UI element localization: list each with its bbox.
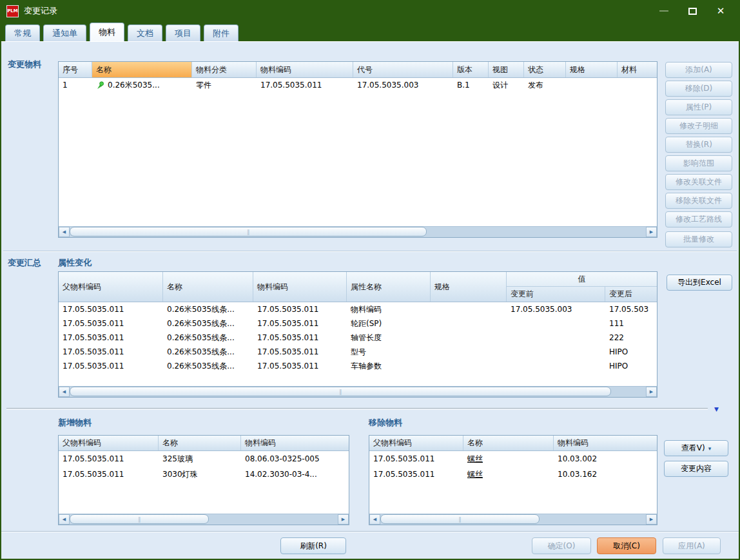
scroll-right-icon[interactable]: ▶: [338, 514, 349, 525]
scroll-right-icon[interactable]: ▶: [646, 387, 657, 397]
cell-code: 17.05.5035.011: [253, 331, 347, 345]
scroll-left-icon[interactable]: ◀: [369, 514, 380, 525]
tab-attachment[interactable]: 附件: [204, 24, 239, 41]
ok-button[interactable]: 确定(O): [532, 537, 591, 554]
view-dropdown-button[interactable]: 查看V) ▾: [664, 440, 728, 456]
col-code[interactable]: 物料编码: [554, 436, 657, 450]
tab-document[interactable]: 文档: [128, 24, 162, 41]
col-name[interactable]: 名称: [463, 436, 554, 450]
horizontal-scrollbar[interactable]: ◀ ▶: [369, 514, 657, 525]
scroll-track[interactable]: [380, 514, 646, 525]
apply-button[interactable]: 应用(A): [663, 537, 721, 554]
splitter-arrow-icon[interactable]: ▼: [714, 407, 719, 412]
table-row[interactable]: 17.05.5035.011 325玻璃 08.06.03-0325-005: [59, 451, 349, 467]
table-row[interactable]: 17.05.5035.011 0.26米5035线条... 17.05.5035…: [59, 359, 657, 373]
scroll-left-icon[interactable]: ◀: [59, 227, 70, 237]
col-attr-name[interactable]: 属性名称: [347, 272, 431, 302]
footer-bar: 刷新(R) 确定(O) 取消(C) 应用(A): [1, 531, 739, 559]
tab-notice[interactable]: 通知单: [43, 24, 86, 41]
table-row[interactable]: 17.05.5035.011 螺丝 10.03.002: [369, 451, 657, 467]
splitter-handle[interactable]: [6, 408, 708, 410]
horizontal-scrollbar[interactable]: ◀ ▶: [59, 226, 657, 237]
scroll-track[interactable]: [70, 514, 338, 525]
table-row[interactable]: 17.05.5035.011 0.26米5035线条... 17.05.5035…: [59, 302, 657, 316]
attribute-changes-table: 父物料编码 名称 物料编码 属性名称 规格 值 变更前 变更后 17.05.50…: [58, 271, 657, 398]
tab-material[interactable]: 物料: [90, 23, 124, 41]
table-row[interactable]: 1 0.26米5035... 零件 17.05.5035.011 17.05.5…: [59, 78, 657, 92]
cell-code: 10.03.002: [554, 451, 657, 467]
col-status[interactable]: 状态: [524, 62, 566, 77]
col-name[interactable]: 名称: [159, 436, 241, 450]
cell-name-link[interactable]: 螺丝: [463, 451, 554, 467]
edit-linked-files-button[interactable]: 修改关联文件: [665, 174, 732, 190]
scroll-track[interactable]: [70, 387, 646, 397]
remove-button[interactable]: 移除(D): [665, 81, 732, 97]
cell-after: HIPO: [605, 359, 657, 373]
table-row[interactable]: 17.05.5035.011 螺丝 10.03.162: [369, 467, 657, 482]
tab-project[interactable]: 项目: [166, 24, 200, 41]
change-content-button[interactable]: 变更内容: [664, 461, 728, 477]
cell-name: 0.26米5035线条...: [163, 331, 253, 345]
section-label-removed-materials: 移除物料: [369, 417, 402, 429]
part-icon: [96, 81, 104, 90]
col-parent-code[interactable]: 父物料编码: [59, 272, 163, 302]
col-spec[interactable]: 规格: [566, 62, 618, 77]
col-alias[interactable]: 代号: [353, 62, 453, 77]
scroll-left-icon[interactable]: ◀: [59, 514, 70, 525]
cell-name-link[interactable]: 螺丝: [463, 467, 554, 482]
scroll-thumb[interactable]: [380, 514, 540, 524]
impact-scope-button[interactable]: 影响范围: [665, 155, 732, 171]
scroll-left-icon[interactable]: ◀: [59, 387, 70, 397]
replace-button[interactable]: 替换(R): [665, 137, 732, 153]
cell-name: 3030灯珠: [159, 467, 241, 482]
table-row[interactable]: 17.05.5035.011 3030灯珠 14.02.3030-03-4...: [59, 467, 349, 482]
scroll-track[interactable]: [70, 227, 646, 237]
edit-process-route-button[interactable]: 修改工艺路线: [665, 211, 732, 227]
cell-name: 0.26米5035线条...: [163, 302, 253, 316]
remove-linked-files-button[interactable]: 移除关联文件: [665, 193, 732, 209]
col-parent-code[interactable]: 父物料编码: [59, 436, 159, 450]
col-spec[interactable]: 规格: [431, 272, 507, 302]
col-code[interactable]: 物料编码: [241, 436, 349, 450]
minimize-icon[interactable]: [650, 3, 678, 19]
col-name[interactable]: 名称: [92, 62, 192, 77]
col-after-change[interactable]: 变更后: [605, 287, 657, 302]
col-version[interactable]: 版本: [453, 62, 489, 77]
table-row[interactable]: 17.05.5035.011 0.26米5035线条... 17.05.5035…: [59, 316, 657, 331]
scroll-thumb[interactable]: [70, 387, 611, 396]
scroll-thumb[interactable]: [70, 227, 427, 237]
horizontal-scrollbar[interactable]: ◀ ▶: [59, 514, 349, 525]
batch-edit-button[interactable]: 批量修改: [665, 231, 732, 247]
refresh-button[interactable]: 刷新(R): [280, 537, 346, 554]
properties-button[interactable]: 属性(P): [665, 99, 732, 115]
col-code[interactable]: 物料编码: [257, 62, 353, 77]
table-row[interactable]: 17.05.5035.011 0.26米5035线条... 17.05.5035…: [59, 345, 657, 359]
tab-content-material: 变更物料 序号 名称 物料分类 物料编码 代号 版本 视图 状态 规格 材料 1: [1, 41, 739, 559]
col-parent-code[interactable]: 父物料编码: [369, 436, 463, 450]
export-to-excel-button[interactable]: 导出到Excel: [667, 275, 732, 291]
removed-materials-table: 父物料编码 名称 物料编码 17.05.5035.011 螺丝 10.03.00…: [369, 435, 657, 525]
cell-parent-code: 17.05.5035.011: [59, 359, 163, 373]
scroll-right-icon[interactable]: ▶: [646, 514, 657, 525]
add-button[interactable]: 添加(A): [665, 62, 732, 78]
table-row[interactable]: 17.05.5035.011 0.26米5035线条... 17.05.5035…: [59, 331, 657, 345]
cell-code: 17.05.5035.011: [253, 316, 347, 331]
col-before-change[interactable]: 变更前: [507, 287, 605, 302]
col-no[interactable]: 序号: [59, 62, 92, 77]
col-category[interactable]: 物料分类: [192, 62, 257, 77]
change-materials-header: 序号 名称 物料分类 物料编码 代号 版本 视图 状态 规格 材料: [59, 62, 657, 78]
scroll-right-icon[interactable]: ▶: [646, 227, 657, 237]
tab-general[interactable]: 常规: [5, 24, 40, 41]
cell-status: 发布: [524, 78, 566, 92]
col-view[interactable]: 视图: [489, 62, 524, 77]
edit-sub-detail-button[interactable]: 修改子明细: [665, 118, 732, 134]
maximize-icon[interactable]: [678, 3, 706, 19]
col-name[interactable]: 名称: [163, 272, 253, 302]
col-code[interactable]: 物料编码: [253, 272, 347, 302]
col-material[interactable]: 材料: [618, 62, 657, 77]
horizontal-scrollbar[interactable]: ◀ ▶: [59, 386, 657, 397]
close-icon[interactable]: ✕: [706, 3, 735, 19]
scroll-thumb[interactable]: [70, 514, 209, 524]
chevron-down-icon: ▾: [708, 445, 712, 452]
cancel-button[interactable]: 取消(C): [597, 537, 656, 554]
